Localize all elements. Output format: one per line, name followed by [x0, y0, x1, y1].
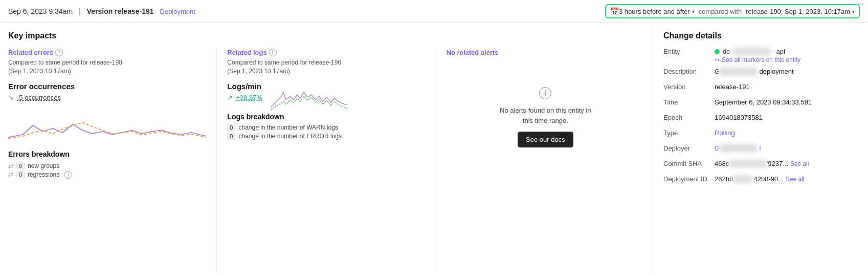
entity-label: Entity — [663, 48, 715, 55]
alerts-panel: No related alerts i No alerts found on t… — [447, 49, 644, 273]
no-alerts-text: No alerts found on this entity inthis ti… — [500, 105, 591, 125]
related-logs-label: Related logs — [227, 49, 266, 56]
related-logs-link[interactable]: Related logs i — [227, 49, 425, 56]
main-content: Key impacts Related errors i Compared to… — [0, 23, 868, 273]
type-label: Type — [663, 129, 715, 137]
exchange-icon-2: ⇄ — [8, 171, 13, 178]
description-row: Description G████████ deployment — [663, 68, 858, 79]
arrow-up-icon: ↗ — [227, 94, 233, 101]
time-value: September 6, 2023 09:34:33.581 — [715, 98, 858, 106]
logs-compare-text: Compared to same period for release-190(… — [227, 58, 425, 76]
description-blurred: ████████ — [720, 68, 758, 75]
deployer-value[interactable]: G████████ l — [715, 144, 858, 152]
epoch-row: Epoch 1694018073581 — [663, 114, 858, 125]
epoch-value: 1694018073581 — [715, 114, 858, 121]
commit-sha-row: Commit SHA 468c████████'9237... See all — [663, 160, 858, 171]
top-bar: Sep 6, 2023 9:34am | Version release-191… — [0, 0, 868, 23]
error-metric-value: -5 occurrences — [17, 94, 61, 101]
time-label: Time — [663, 98, 715, 106]
chevron-down-icon: ▾ — [692, 9, 695, 14]
info-icon-alerts: i — [539, 87, 551, 99]
compared-with-label: compared with — [699, 8, 742, 15]
key-impacts-title: Key impacts — [8, 31, 644, 40]
entity-prefix: de — [723, 48, 730, 55]
errors-compare-text: Compared to same period for release-190(… — [8, 58, 206, 76]
no-related-alerts-link[interactable]: No related alerts — [447, 49, 499, 56]
logs-breakdown-title: Logs breakdown — [227, 113, 425, 121]
entity-blurred: ████████ — [733, 48, 771, 55]
info-icon-logs[interactable]: i — [269, 49, 277, 56]
errors-breakdown: ⇄ 0 new groups ⇄ 0 regressions i — [8, 162, 206, 179]
deployment-id-value: 262b8████ 42b8-90... See all — [715, 175, 858, 183]
type-value[interactable]: Rolling — [715, 129, 858, 137]
info-icon-errors[interactable]: i — [55, 49, 63, 56]
deployment-id-see-all[interactable]: See all — [786, 176, 805, 183]
deployer-blurred: ████████ — [720, 144, 758, 152]
errors-chart — [8, 108, 206, 143]
errors-panel: Related errors i Compared to same period… — [8, 49, 217, 273]
zero-badge-2: 0 — [16, 171, 25, 178]
deployment-id-label: Deployment ID — [663, 175, 715, 183]
logs-min-title: Logs/min — [227, 82, 262, 91]
zero-badge-1: 0 — [16, 162, 25, 169]
breakdown-warn: 0 change in the number of WARN logs — [227, 124, 425, 131]
zero-badge-error: 0 — [227, 133, 235, 140]
description-label: Description — [663, 68, 715, 75]
logs-metric-value: +38.87% — [236, 94, 262, 101]
error-occurrences-title: Error occurrences — [8, 82, 206, 91]
markers-link-text: See all markers on this entity — [722, 56, 800, 63]
change-details-title: Change details — [663, 31, 858, 40]
deployment-badge[interactable]: Deployment — [160, 8, 195, 15]
commit-sha-blurred: ████████ — [729, 160, 767, 167]
breakdown-new-groups: ⇄ 0 new groups — [8, 162, 206, 169]
redirect-icon: ↪ — [715, 56, 720, 63]
header-left: Sep 6, 2023 9:34am | Version release-191… — [8, 7, 195, 15]
related-errors-label: Related errors — [8, 49, 53, 56]
no-alerts-label: No related alerts — [447, 49, 499, 56]
logs-metric: ↗ +38.87% — [227, 94, 262, 101]
deployer-label: Deployer — [663, 144, 715, 152]
version-row: Version release-191 — [663, 83, 858, 94]
time-range-dropdown[interactable]: 3 hours before and after ▾ — [619, 8, 695, 15]
entity-row: Entity de ████████ -api ↪ See all marker… — [663, 48, 858, 63]
header-separator: | — [79, 7, 81, 15]
entity-name-row: de ████████ -api — [715, 48, 800, 55]
entity-value-container: de ████████ -api ↪ See all markers on th… — [715, 48, 800, 63]
commit-sha-label: Commit SHA — [663, 160, 715, 167]
epoch-label: Epoch — [663, 114, 715, 121]
comparison-dropdown[interactable]: release-190, Sep 1, 2023, 10:17am ▾ — [746, 8, 855, 15]
related-errors-link[interactable]: Related errors i — [8, 49, 206, 56]
logs-chart — [271, 82, 347, 113]
right-panel: Change details Entity de ████████ -api ↪… — [653, 23, 868, 273]
breakdown-error: 0 change in the number of ERROR logs — [227, 133, 425, 140]
chevron-down-icon-2: ▾ — [852, 9, 855, 14]
time-range-value: 3 hours before and after — [619, 8, 690, 15]
type-row: Type Rolling — [663, 129, 858, 140]
description-value: G████████ deployment — [715, 68, 858, 75]
see-markers-link[interactable]: ↪ See all markers on this entity — [715, 56, 800, 63]
deployment-id-row: Deployment ID 262b8████ 42b8-90... See a… — [663, 175, 858, 186]
no-alerts-center: i No alerts found on this entity inthis … — [447, 77, 644, 158]
arrow-down-icon: ↘ — [8, 94, 14, 101]
calendar-icon: 📅 — [610, 7, 619, 15]
time-range-control: 📅 3 hours before and after ▾ compared wi… — [605, 4, 860, 18]
header-date: Sep 6, 2023 9:34am — [8, 7, 73, 15]
regressions-label: regressions — [28, 171, 59, 178]
entity-suffix: -api — [774, 48, 785, 55]
warn-logs-label: change in the number of WARN logs — [238, 124, 338, 131]
info-icon-regressions[interactable]: i — [64, 171, 72, 179]
deployer-row: Deployer G████████ l — [663, 144, 858, 156]
header-version: Version release-191 — [87, 7, 154, 15]
new-groups-label: new groups — [28, 162, 59, 169]
version-value: release-191 — [715, 83, 858, 91]
logs-panel: Related logs i Compared to same period f… — [227, 49, 436, 273]
deployment-id-blurred: ████ — [733, 175, 752, 183]
impact-panels-row: Related errors i Compared to same period… — [8, 49, 644, 273]
left-panel: Key impacts Related errors i Compared to… — [0, 23, 653, 273]
error-logs-label: change in the number of ERROR logs — [238, 133, 341, 140]
error-metric: ↘ -5 occurrences — [8, 94, 206, 101]
commit-sha-see-all[interactable]: See all — [790, 160, 809, 167]
see-docs-button[interactable]: See our docs — [518, 132, 573, 147]
status-dot — [715, 49, 720, 54]
comparison-value: release-190, Sep 1, 2023, 10:17am — [746, 8, 850, 15]
